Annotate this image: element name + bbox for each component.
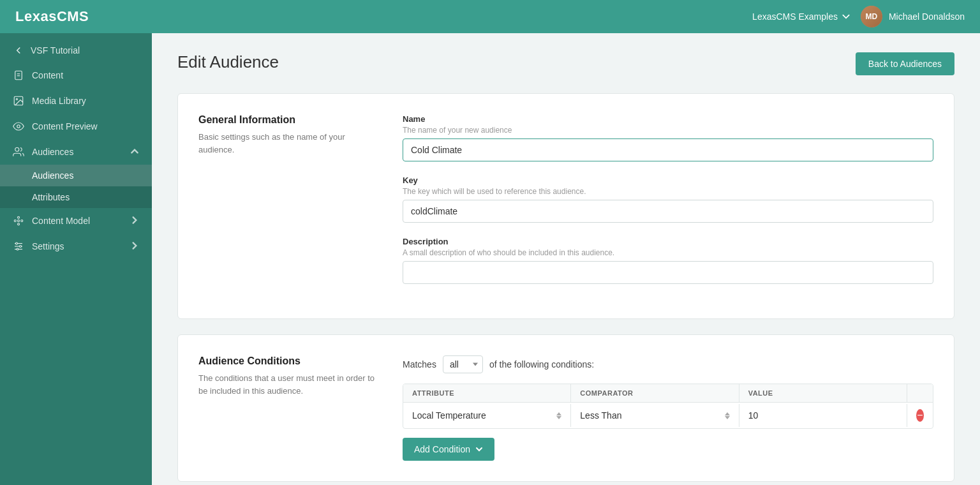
workspace-selector[interactable]: LexasCMS Examples [752, 11, 850, 22]
svg-point-11 [21, 220, 23, 222]
following-label: of the following conditions: [489, 359, 594, 369]
svg-rect-0 [15, 71, 22, 80]
general-info-description: General Information Basic settings such … [198, 114, 377, 298]
user-name: Michael Donaldson [889, 11, 965, 22]
add-condition-label: Add Condition [414, 444, 470, 454]
add-condition-button[interactable]: Add Condition [403, 438, 494, 461]
sidebar-item-settings[interactable]: Settings [0, 234, 152, 259]
page-title: Edit Audience [177, 52, 279, 72]
main-content: Edit Audience Back to Audiences General … [152, 33, 980, 485]
key-label: Key [403, 175, 933, 185]
value-header: VALUE [739, 384, 907, 402]
sidebar: VSF Tutorial Content Media Library Conte… [0, 33, 152, 485]
matches-select[interactable]: all any [443, 355, 483, 373]
comparator-down-arrow[interactable] [725, 416, 730, 419]
action-header [907, 384, 933, 402]
comparator-arrows[interactable] [725, 412, 730, 419]
name-input[interactable] [403, 138, 933, 161]
top-navigation: LexasCMS LexasCMS Examples MD Michael Do… [0, 0, 980, 33]
svg-point-8 [18, 216, 20, 218]
people-icon [13, 146, 24, 158]
audience-conditions-card: Audience Conditions The conditions that … [177, 334, 954, 482]
nav-right: LexasCMS Examples MD Michael Donaldson [752, 6, 965, 27]
remove-cell[interactable]: − [907, 403, 933, 428]
description-hint: A small description of who should be inc… [403, 248, 933, 257]
attribute-cell[interactable]: Local Temperature [403, 404, 571, 427]
matches-row: Matches all any of the following conditi… [403, 355, 933, 373]
chevron-down-icon [842, 12, 850, 21]
attribute-down-arrow[interactable] [556, 416, 561, 419]
general-info-desc: Basic settings such as the name of your … [198, 131, 377, 156]
comparator-header: COMPARATOR [571, 384, 739, 402]
general-info-form: Name The name of your new audience Key T… [403, 114, 933, 298]
name-label: Name [403, 114, 933, 124]
sidebar-item-content-model[interactable]: Content Model [0, 208, 152, 234]
key-form-group: Key The key which will be used to refere… [403, 175, 933, 223]
value-cell[interactable]: 10 [739, 404, 907, 427]
avatar: MD [861, 6, 882, 27]
eye-icon [13, 121, 24, 132]
page-header: Edit Audience Back to Audiences [177, 52, 954, 75]
condition-value: 10 [748, 410, 759, 421]
general-info-title: General Information [198, 114, 377, 126]
sidebar-back-link[interactable]: VSF Tutorial [0, 38, 152, 63]
attribute-header: ATTRIBUTE [403, 384, 571, 402]
svg-point-15 [16, 243, 18, 244]
file-icon [13, 70, 24, 81]
sidebar-item-content[interactable]: Content [0, 63, 152, 88]
name-form-group: Name The name of your new audience [403, 114, 933, 161]
attribute-up-arrow[interactable] [556, 412, 561, 415]
sidebar-item-label: Content Model [32, 216, 90, 226]
svg-point-17 [17, 248, 19, 250]
conditions-form: Matches all any of the following conditi… [403, 355, 933, 461]
matches-label: Matches [403, 359, 436, 369]
chevron-down-icon [475, 445, 483, 453]
sidebar-back-label: VSF Tutorial [31, 45, 80, 56]
svg-point-10 [14, 220, 16, 222]
general-info-card: General Information Basic settings such … [177, 93, 954, 319]
condition-table-header: ATTRIBUTE COMPARATOR VALUE [403, 384, 933, 403]
remove-condition-button[interactable]: − [916, 409, 924, 422]
workspace-label: LexasCMS Examples [752, 11, 838, 22]
comparator-value: Less Than [580, 410, 621, 421]
sidebar-item-content-preview[interactable]: Content Preview [0, 114, 152, 139]
conditions-description: Audience Conditions The conditions that … [198, 355, 377, 397]
svg-point-4 [16, 98, 17, 100]
sidebar-item-label: Settings [32, 241, 64, 251]
svg-point-6 [15, 147, 19, 151]
sidebar-subitem-attributes[interactable]: Attributes [0, 186, 152, 208]
svg-point-16 [20, 246, 22, 248]
back-to-audiences-button[interactable]: Back to Audiences [856, 52, 954, 75]
comparator-up-arrow[interactable] [725, 412, 730, 415]
logo: LexasCMS [15, 8, 89, 25]
user-menu[interactable]: MD Michael Donaldson [861, 6, 965, 27]
image-icon [13, 95, 24, 107]
sidebar-item-audiences[interactable]: Audiences [0, 139, 152, 165]
attribute-value: Local Temperature [412, 410, 486, 421]
matches-select-wrap[interactable]: all any [443, 355, 483, 373]
key-input[interactable] [403, 200, 933, 223]
table-row: Local Temperature Less Than [403, 403, 933, 428]
key-hint: The key which will be used to reference … [403, 187, 933, 196]
name-hint: The name of your new audience [403, 126, 933, 135]
sidebar-item-label: Media Library [32, 96, 86, 106]
comparator-cell[interactable]: Less Than [571, 404, 739, 427]
sidebar-item-media-library[interactable]: Media Library [0, 88, 152, 114]
arrow-left-icon [13, 45, 24, 56]
chevron-down-icon [130, 147, 139, 158]
conditions-desc: The conditions that a user must meet in … [198, 372, 377, 397]
svg-point-7 [18, 220, 20, 222]
conditions-title: Audience Conditions [198, 355, 377, 367]
sliders-icon [13, 241, 24, 252]
description-input[interactable] [403, 261, 933, 284]
attribute-arrows[interactable] [556, 412, 561, 419]
chevron-right-icon [130, 241, 139, 252]
sidebar-subitem-audiences[interactable]: Audiences [0, 165, 152, 186]
description-form-group: Description A small description of who s… [403, 237, 933, 284]
sidebar-item-label: Content Preview [32, 121, 98, 131]
grid-icon [13, 215, 24, 227]
sidebar-item-label: Content [32, 70, 63, 80]
svg-point-5 [17, 125, 20, 128]
condition-table: ATTRIBUTE COMPARATOR VALUE Local Tempera… [403, 384, 933, 429]
audiences-submenu: Audiences Attributes [0, 165, 152, 208]
